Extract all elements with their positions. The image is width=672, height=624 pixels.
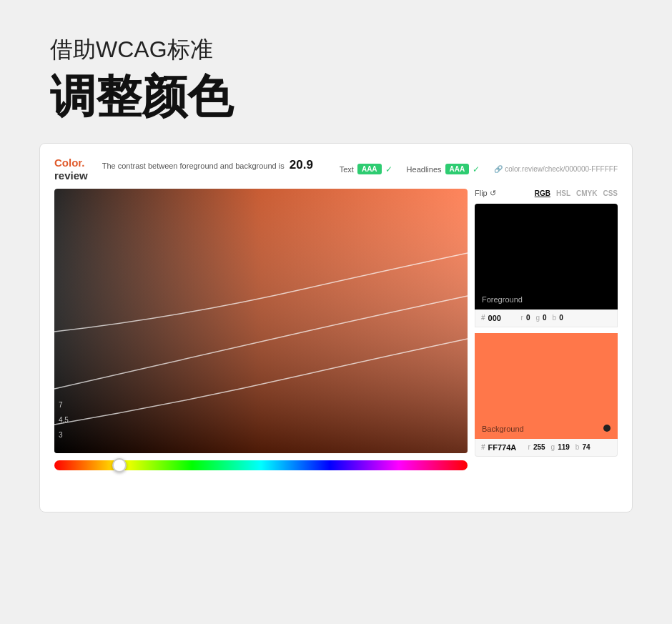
fg-b-val: 0	[559, 314, 563, 322]
dot-indicator	[603, 425, 611, 432]
headlines-check-icon: ✓	[473, 164, 480, 174]
page-container: 借助WCAG标准 调整颜色 Color. review The contrast…	[0, 0, 672, 512]
bg-hex-label: #	[481, 443, 485, 451]
color-mode-tabs: RGB HSL CMYK CSS	[535, 189, 618, 197]
color-canvas[interactable]: 7 4.5 3	[54, 189, 468, 453]
title: 调整颜色	[50, 71, 622, 122]
logo-color: Color.	[54, 157, 88, 169]
page-header: 借助WCAG标准 调整颜色	[0, 0, 672, 143]
text-badge-label: Text	[340, 165, 354, 174]
hue-slider-area[interactable]	[54, 460, 468, 475]
app-header: Color. review The contrast between foreg…	[54, 157, 618, 182]
flip-icon: ↺	[490, 189, 496, 198]
badges-area: Text AAA ✓ Headlines AAA ✓ 🔗 color.revie…	[340, 164, 618, 174]
hue-knob[interactable]	[112, 458, 127, 472]
app-frame: Color. review The contrast between foreg…	[39, 143, 633, 512]
mode-css[interactable]: CSS	[603, 189, 618, 197]
background-block[interactable]: Background	[475, 333, 618, 439]
bg-g-label: g	[551, 443, 555, 451]
text-badge-group: Text AAA ✓	[340, 164, 392, 174]
app-main: 7 4.5 3 Flip ↺	[54, 189, 618, 496]
foreground-inputs: # r 0 g 0 b 0	[475, 309, 618, 327]
bg-g-val: 119	[558, 443, 570, 451]
panel-controls: Flip ↺ RGB HSL CMYK CSS	[475, 189, 618, 198]
bg-hex-input[interactable]	[488, 443, 523, 452]
mode-rgb[interactable]: RGB	[535, 189, 550, 197]
link-info[interactable]: 🔗 color.review/check/000000-FFFFFF	[494, 165, 618, 173]
background-inputs: # r 255 g 119 b 74	[475, 439, 618, 457]
fg-b-label: b	[553, 314, 557, 322]
fg-hex-label: #	[481, 314, 485, 322]
bg-b-label: b	[575, 443, 580, 451]
headlines-badge-label: Headlines	[407, 165, 442, 174]
fg-hex-input[interactable]	[488, 314, 515, 322]
link-text: color.review/check/000000-FFFFFF	[505, 165, 618, 173]
canvas-area[interactable]: 7 4.5 3	[54, 189, 468, 496]
fg-g-val: 0	[543, 314, 547, 322]
bg-b-val: 74	[582, 443, 590, 451]
contrast-value: 20.9	[290, 158, 313, 172]
background-label: Background	[482, 425, 524, 433]
foreground-block[interactable]: Foreground	[475, 204, 618, 309]
headlines-badge: AAA	[445, 164, 470, 174]
mode-cmyk[interactable]: CMYK	[576, 189, 597, 197]
flip-label: Flip	[475, 189, 488, 197]
subtitle: 借助WCAG标准	[50, 34, 622, 66]
text-check-icon: ✓	[385, 164, 392, 174]
text-badge: AAA	[357, 164, 382, 174]
logo-review: review	[54, 169, 88, 182]
link-icon: 🔗	[494, 165, 503, 173]
fg-r-label: r	[521, 314, 523, 322]
headlines-badge-group: Headlines AAA ✓	[407, 164, 480, 174]
right-panel: Flip ↺ RGB HSL CMYK CSS Foreground	[475, 189, 618, 496]
contrast-info: The contrast between foreground and back…	[102, 158, 313, 172]
fg-r-val: 0	[526, 314, 530, 322]
foreground-label: Foreground	[482, 295, 523, 304]
app-logo: Color. review	[54, 157, 88, 182]
flip-button[interactable]: Flip ↺	[475, 189, 496, 198]
bg-r-label: r	[528, 443, 530, 451]
fg-g-label: g	[535, 314, 540, 322]
bg-r-val: 255	[533, 443, 545, 451]
contrast-label: The contrast between foreground and back…	[102, 162, 285, 170]
mode-hsl[interactable]: HSL	[556, 189, 570, 197]
